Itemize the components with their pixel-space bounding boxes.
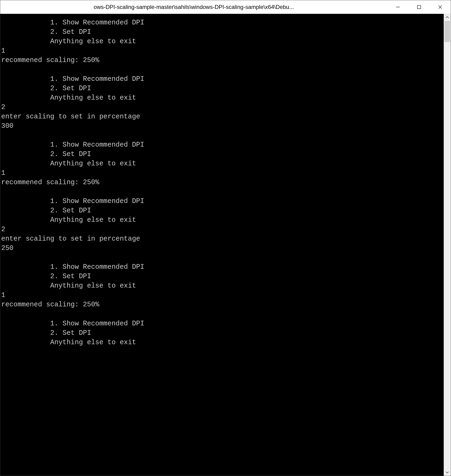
menu-line: 2. Set DPI <box>1 28 91 36</box>
window-title: ows-DPI-scaling-sample-master\sahils\win… <box>0 4 387 10</box>
menu-line: 2. Set DPI <box>1 329 91 337</box>
console-window: ows-DPI-scaling-sample-master\sahils\win… <box>0 0 451 476</box>
menu-line: 2. Set DPI <box>1 207 91 214</box>
output-line: recommened scaling: 250% <box>1 179 99 186</box>
user-input: 1 <box>1 47 5 55</box>
user-input: 1 <box>1 169 5 177</box>
menu-line: Anything else to exit <box>1 282 136 290</box>
maximize-button[interactable] <box>408 0 430 14</box>
output-line: recommened scaling: 250% <box>1 56 99 64</box>
window-controls <box>387 0 451 14</box>
user-input: 250 <box>1 244 13 252</box>
output-line: enter scaling to set in percentage <box>1 113 140 120</box>
maximize-icon <box>417 5 421 9</box>
menu-line: 2. Set DPI <box>1 150 91 158</box>
close-button[interactable] <box>430 0 451 14</box>
menu-line: Anything else to exit <box>1 94 136 102</box>
user-input: 2 <box>1 225 5 233</box>
svg-rect-1 <box>417 5 421 9</box>
menu-line: Anything else to exit <box>1 160 136 168</box>
menu-line: 1. Show Recommended DPI <box>1 75 144 83</box>
vertical-scrollbar[interactable] <box>444 14 451 476</box>
menu-line: Anything else to exit <box>1 338 136 346</box>
menu-line: 1. Show Recommended DPI <box>1 141 144 149</box>
menu-line: 1. Show Recommended DPI <box>1 320 144 327</box>
console-output[interactable]: 1. Show Recommended DPI 2. Set DPI Anyth… <box>0 14 444 476</box>
menu-line: 1. Show Recommended DPI <box>1 263 144 271</box>
scroll-track[interactable] <box>444 21 451 469</box>
menu-line: 1. Show Recommended DPI <box>1 19 144 26</box>
menu-line: 2. Set DPI <box>1 85 91 92</box>
menu-line: 1. Show Recommended DPI <box>1 197 144 205</box>
menu-line: Anything else to exit <box>1 38 136 45</box>
minimize-button[interactable] <box>387 0 408 14</box>
window-titlebar: ows-DPI-scaling-sample-master\sahils\win… <box>0 0 451 14</box>
chevron-up-icon <box>446 16 449 19</box>
minimize-icon <box>395 5 400 9</box>
output-line: enter scaling to set in percentage <box>1 235 140 243</box>
close-icon <box>438 5 443 9</box>
scroll-thumb[interactable] <box>445 21 450 42</box>
user-input: 2 <box>1 103 5 111</box>
menu-line: 2. Set DPI <box>1 273 91 280</box>
chevron-down-icon <box>446 471 449 474</box>
scroll-up-arrow[interactable] <box>444 14 451 21</box>
output-line: recommened scaling: 250% <box>1 301 99 308</box>
user-input: 1 <box>1 291 5 299</box>
content-area: 1. Show Recommended DPI 2. Set DPI Anyth… <box>0 14 451 476</box>
scroll-down-arrow[interactable] <box>444 469 451 476</box>
menu-line: Anything else to exit <box>1 216 136 224</box>
user-input: 300 <box>1 122 13 130</box>
